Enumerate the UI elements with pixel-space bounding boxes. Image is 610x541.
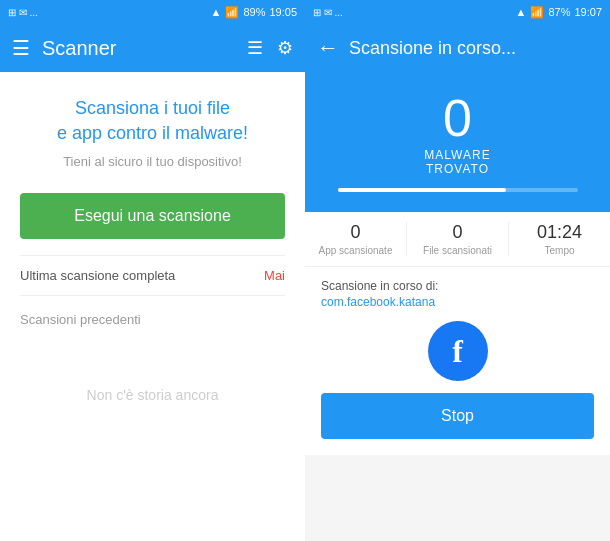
- time-label-stat: Tempo: [544, 245, 574, 256]
- stat-apps: 0 App scansionate: [305, 222, 407, 256]
- right-status-left-icons: ⊞ ✉ ...: [313, 7, 343, 18]
- wifi-icon: 📶: [225, 6, 239, 19]
- right-panel: ⊞ ✉ ... ▲ 📶 87% 19:07 ← Scansione in cor…: [305, 0, 610, 541]
- progress-bar-container: [338, 188, 578, 192]
- right-time-label: 19:07: [574, 6, 602, 18]
- list-icon[interactable]: ☰: [247, 37, 263, 59]
- scan-subtext: Tieni al sicuro il tuo dispositivo!: [63, 154, 242, 169]
- left-content: Scansiona i tuoi filee app contro il mal…: [0, 72, 305, 541]
- time-label: 19:05: [269, 6, 297, 18]
- apps-scanned-label: App scansionate: [319, 245, 393, 256]
- left-panel: ⊞ ✉ ... ▲ 📶 89% 19:05 ☰ Scanner ☰ ⚙ Scan…: [0, 0, 305, 541]
- last-scan-row: Ultima scansione completa Mai: [20, 255, 285, 296]
- malware-count: 0: [443, 92, 472, 144]
- scan-headline: Scansiona i tuoi filee app contro il mal…: [57, 96, 248, 146]
- toolbar-actions: ☰ ⚙: [247, 37, 293, 59]
- stop-button[interactable]: Stop: [321, 393, 594, 439]
- back-button[interactable]: ←: [317, 35, 339, 61]
- left-status-right: ▲ 📶 89% 19:05: [211, 6, 297, 19]
- stat-time: 01:24 Tempo: [509, 222, 610, 256]
- facebook-icon: f: [452, 333, 463, 370]
- right-toolbar-title: Scansione in corso...: [349, 38, 516, 59]
- apps-scanned-value: 0: [350, 222, 360, 243]
- progress-bar-fill: [338, 188, 506, 192]
- menu-icon[interactable]: ☰: [12, 36, 30, 60]
- app-icon: f: [428, 321, 488, 381]
- last-scan-value: Mai: [264, 268, 285, 283]
- left-toolbar: ☰ Scanner ☰ ⚙: [0, 24, 305, 72]
- no-history-text: Non c'è storia ancora: [20, 387, 285, 403]
- malware-label: MALWARETROVATO: [424, 148, 490, 176]
- left-status-left-icons: ⊞ ✉ ...: [8, 7, 38, 18]
- time-value: 01:24: [537, 222, 582, 243]
- settings-icon[interactable]: ⚙: [277, 37, 293, 59]
- scanning-info: Scansione in corso di: com.facebook.kata…: [305, 267, 610, 455]
- right-status-bar: ⊞ ✉ ... ▲ 📶 87% 19:07: [305, 0, 610, 24]
- prev-scans-title: Scansioni precedenti: [20, 312, 285, 327]
- battery-icon: 89%: [243, 6, 265, 18]
- scanning-of-label: Scansione in corso di:: [321, 279, 438, 293]
- right-wifi-icon: 📶: [530, 6, 544, 19]
- prev-scans-section: Scansioni precedenti: [20, 312, 285, 367]
- right-battery-icon: 87%: [548, 6, 570, 18]
- stats-row: 0 App scansionate 0 File scansionati 01:…: [305, 212, 610, 267]
- files-scanned-value: 0: [452, 222, 462, 243]
- stat-files: 0 File scansionati: [407, 222, 509, 256]
- right-signal-icon: ▲: [516, 6, 527, 18]
- right-status-right: ▲ 📶 87% 19:07: [516, 6, 602, 19]
- right-toolbar: ← Scansione in corso...: [305, 24, 610, 72]
- last-scan-label: Ultima scansione completa: [20, 268, 175, 283]
- signal-icon: ▲: [211, 6, 222, 18]
- scanning-package: com.facebook.katana: [321, 295, 435, 309]
- app-title: Scanner: [42, 37, 235, 60]
- left-status-bar: ⊞ ✉ ... ▲ 📶 89% 19:05: [0, 0, 305, 24]
- scanning-hero: 0 MALWARETROVATO: [305, 72, 610, 212]
- files-scanned-label: File scansionati: [423, 245, 492, 256]
- scan-button[interactable]: Esegui una scansione: [20, 193, 285, 239]
